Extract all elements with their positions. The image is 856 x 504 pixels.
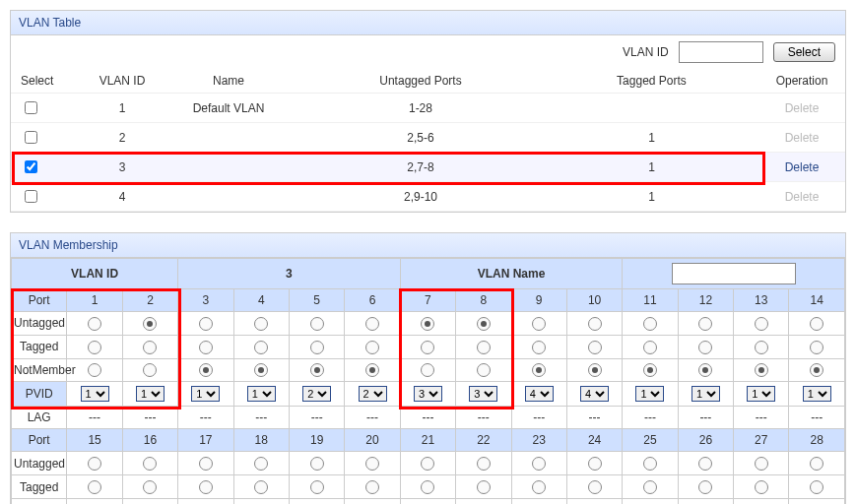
pvid-select[interactable]: 2 — [302, 386, 331, 402]
pvid-select[interactable]: 3 — [414, 386, 442, 402]
untagged-radio[interactable] — [254, 457, 268, 471]
tagged-radio[interactable] — [143, 341, 157, 354]
untagged-radio[interactable] — [365, 317, 379, 331]
untagged-radio[interactable] — [477, 457, 491, 471]
tagged-radio[interactable] — [643, 341, 657, 354]
notmember-radio[interactable] — [588, 363, 602, 377]
delete-link[interactable]: Delete — [785, 160, 820, 174]
tagged-radio[interactable] — [421, 341, 434, 354]
untagged-radio[interactable] — [810, 317, 823, 331]
untagged-radio[interactable] — [199, 317, 213, 331]
untagged-radio[interactable] — [421, 317, 434, 331]
untagged-radio[interactable] — [310, 457, 324, 471]
untagged-radio[interactable] — [755, 317, 768, 331]
notmember-radio[interactable] — [755, 363, 768, 377]
untagged-radio[interactable] — [143, 457, 157, 471]
untagged-radio[interactable] — [755, 457, 768, 471]
pvid-select[interactable]: 1 — [635, 386, 664, 402]
vlan-name-label: VLAN Name — [400, 259, 623, 289]
untagged-radio[interactable] — [143, 317, 157, 331]
notmember-radio[interactable] — [698, 363, 712, 377]
tagged-radio[interactable] — [532, 341, 546, 354]
tagged-radio[interactable] — [88, 480, 101, 494]
port-col-6: 6 — [345, 289, 400, 312]
untagged-radio[interactable] — [365, 457, 379, 471]
tagged-radio[interactable] — [643, 480, 657, 494]
tagged-radio[interactable] — [755, 480, 768, 494]
pvid-select[interactable]: 4 — [525, 386, 554, 402]
tagged-radio[interactable] — [421, 480, 434, 494]
row-select-checkbox[interactable] — [25, 160, 37, 173]
notmember-radio[interactable] — [810, 363, 823, 377]
pvid-cell: 2 — [345, 382, 400, 407]
untagged-radio[interactable] — [698, 457, 712, 471]
tagged-radio[interactable] — [88, 341, 101, 354]
tagged-radio[interactable] — [810, 480, 823, 494]
pvid-select[interactable]: 4 — [580, 386, 609, 402]
vlan-name-input[interactable] — [672, 263, 796, 284]
pvid-select[interactable]: 2 — [359, 386, 387, 402]
notmember-label: NotMember — [12, 499, 67, 504]
notmember-radio[interactable] — [254, 363, 268, 377]
untagged-radio[interactable] — [199, 457, 213, 471]
notmember-radio[interactable] — [643, 363, 657, 377]
tagged-radio[interactable] — [310, 480, 324, 494]
notmember-radio[interactable] — [199, 363, 213, 377]
notmember-radio[interactable] — [477, 363, 491, 377]
tagged-radio[interactable] — [477, 480, 491, 494]
pvid-select[interactable]: 1 — [81, 386, 109, 402]
tagged-radio[interactable] — [254, 341, 268, 354]
notmember-radio[interactable] — [365, 363, 379, 377]
tagged-radio[interactable] — [477, 341, 491, 354]
untagged-radio[interactable] — [643, 457, 657, 471]
notmember-radio[interactable] — [88, 363, 101, 377]
untagged-radio[interactable] — [643, 317, 657, 331]
untagged-radio[interactable] — [421, 457, 434, 471]
tagged-radio[interactable] — [254, 480, 268, 494]
tagged-radio[interactable] — [698, 341, 712, 354]
row-select-checkbox[interactable] — [25, 190, 37, 203]
untagged-radio[interactable] — [532, 457, 546, 471]
tagged-radio[interactable] — [755, 341, 768, 354]
notmember-radio[interactable] — [310, 363, 324, 377]
tagged-radio[interactable] — [199, 480, 213, 494]
notmember-radio[interactable] — [421, 363, 434, 377]
row-select-checkbox[interactable] — [25, 101, 37, 114]
untagged-radio[interactable] — [254, 317, 268, 331]
row-select-checkbox[interactable] — [25, 131, 37, 144]
untagged-radio[interactable] — [310, 317, 324, 331]
untagged-radio[interactable] — [698, 317, 712, 331]
pvid-select[interactable]: 1 — [803, 386, 831, 402]
pvid-select[interactable]: 1 — [136, 386, 165, 402]
tagged-radio[interactable] — [698, 480, 712, 494]
pvid-select[interactable]: 1 — [747, 386, 775, 402]
vlan-id-search-input[interactable] — [679, 41, 763, 63]
pvid-select[interactable]: 1 — [691, 386, 720, 402]
untagged-radio[interactable] — [88, 317, 101, 331]
vlan-table-row: 22,5-61Delete — [11, 123, 845, 153]
untagged-radio[interactable] — [532, 317, 546, 331]
tagged-radio[interactable] — [199, 341, 213, 354]
tagged-radio[interactable] — [588, 480, 602, 494]
tagged-radio[interactable] — [810, 341, 823, 354]
tagged-radio[interactable] — [532, 480, 546, 494]
untagged-radio[interactable] — [588, 317, 602, 331]
select-button[interactable]: Select — [773, 42, 835, 62]
tagged-cell — [678, 475, 733, 499]
tagged-radio[interactable] — [588, 341, 602, 354]
tagged-radio[interactable] — [143, 480, 157, 494]
pvid-select[interactable]: 1 — [247, 386, 276, 402]
tagged-label: Tagged — [12, 335, 67, 358]
pvid-select[interactable]: 1 — [191, 386, 220, 402]
notmember-radio[interactable] — [143, 363, 157, 377]
tagged-radio[interactable] — [365, 480, 379, 494]
pvid-select[interactable]: 3 — [469, 386, 497, 402]
tagged-radio[interactable] — [365, 341, 379, 354]
untagged-radio[interactable] — [88, 457, 101, 471]
untagged-radio[interactable] — [477, 317, 491, 331]
untagged-radio[interactable] — [588, 457, 602, 471]
notmember-radio[interactable] — [532, 363, 546, 377]
untagged-radio[interactable] — [810, 457, 823, 471]
untagged-cell — [678, 312, 733, 336]
tagged-radio[interactable] — [310, 341, 324, 354]
